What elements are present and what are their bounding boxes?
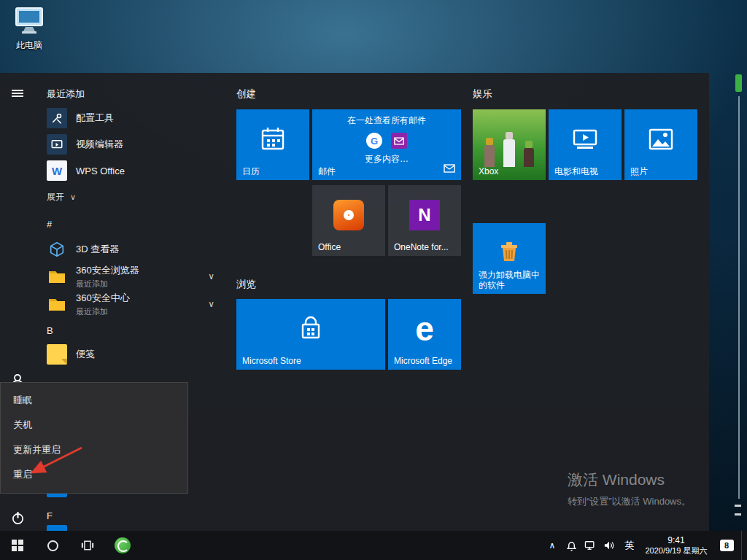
chevron-down-icon: ∨ bbox=[70, 192, 76, 201]
cube-3d-icon bbox=[47, 239, 67, 260]
search-button[interactable] bbox=[35, 531, 70, 560]
expand-toggle[interactable]: 展开∨ bbox=[47, 191, 76, 203]
section-letter-b[interactable]: B bbox=[47, 325, 53, 336]
app-item-label: 360安全中心 bbox=[76, 292, 130, 305]
tile-onenote[interactable]: N OneNote for... bbox=[388, 185, 461, 256]
store-bag-icon bbox=[236, 299, 385, 358]
menu-item-restart[interactable]: 重启 bbox=[1, 462, 187, 487]
tile-label: 邮件 bbox=[318, 166, 336, 176]
tile-microsoft-store[interactable]: Microsoft Store bbox=[236, 299, 385, 370]
tile-photos[interactable]: 照片 bbox=[624, 109, 697, 180]
activate-watermark: 激活 Windows 转到“设置”以激活 Windows。 bbox=[568, 470, 691, 508]
show-desktop-button[interactable] bbox=[741, 531, 747, 560]
clock-time: 9:41 bbox=[640, 535, 712, 545]
edge-green-button[interactable] bbox=[735, 74, 742, 92]
tile-label: 日历 bbox=[242, 166, 260, 176]
edge-logo-icon: e bbox=[388, 299, 461, 358]
app-item-video-editor[interactable]: 视频编辑器 bbox=[47, 133, 219, 156]
activate-title: 激活 Windows bbox=[568, 470, 691, 490]
power-button[interactable] bbox=[0, 502, 35, 531]
right-edge-toolbar bbox=[734, 73, 744, 531]
movies-tv-icon bbox=[549, 109, 622, 168]
menu-item-update-restart[interactable]: 更新并重启 bbox=[1, 438, 187, 462]
tile-office[interactable]: Office bbox=[312, 185, 385, 256]
app-item-label: 便笺 bbox=[76, 348, 95, 361]
tile-label: 电影和电视 bbox=[554, 166, 598, 176]
taskbar: ∧ 英 9:41 2020/9/19 星期六 8 bbox=[0, 531, 747, 560]
onenote-icon: N bbox=[388, 185, 461, 244]
tile-mail[interactable]: 在一处查看所有邮件 G 更多内容… 邮件 bbox=[312, 109, 461, 180]
network-icon[interactable] bbox=[581, 531, 600, 560]
system-tray: ∧ 英 9:41 2020/9/19 星期六 8 bbox=[543, 531, 747, 560]
photos-icon bbox=[624, 109, 697, 168]
notification-badge: 8 bbox=[720, 540, 734, 551]
tile-label: OneNote for... bbox=[394, 242, 449, 252]
360-browser-icon bbox=[115, 537, 131, 553]
expand-label: 展开 bbox=[47, 192, 64, 202]
envelope-icon bbox=[444, 163, 455, 176]
folder-icon bbox=[47, 266, 67, 287]
app-item-sublabel: 最近添加 bbox=[76, 306, 130, 317]
app-item-label: 360安全浏览器 bbox=[76, 264, 139, 277]
app-item-wps-office[interactable]: W WPS Office bbox=[47, 159, 219, 182]
section-letter-hash[interactable]: # bbox=[47, 219, 52, 230]
app-item-config-tool[interactable]: 配置工具 bbox=[47, 106, 219, 130]
desktop-icon-this-pc[interactable]: 此电脑 bbox=[9, 6, 50, 52]
tile-xbox[interactable]: Xbox bbox=[473, 109, 546, 180]
wrench-icon bbox=[47, 108, 67, 128]
edge-tick bbox=[735, 505, 741, 507]
tray-expand-chevron[interactable]: ∧ bbox=[543, 531, 562, 560]
app-item-360-browser[interactable]: 360安全浏览器 最近添加 ∨ bbox=[47, 262, 219, 290]
app-item-label: 3D 查看器 bbox=[76, 243, 119, 256]
sticky-note-icon bbox=[47, 344, 67, 365]
mail-more-text: 更多内容… bbox=[365, 153, 409, 166]
google-account-icon: G bbox=[366, 133, 382, 149]
app-icon-partial[interactable] bbox=[47, 525, 67, 531]
power-icon bbox=[11, 511, 25, 525]
windows-logo-icon bbox=[12, 540, 23, 551]
chevron-down-icon[interactable]: ∨ bbox=[208, 299, 214, 309]
action-center-button[interactable]: 8 bbox=[712, 531, 741, 560]
computer-icon bbox=[13, 6, 45, 38]
start-button[interactable] bbox=[0, 531, 35, 560]
tile-uninstaller[interactable]: 强力卸载电脑中的软件 bbox=[473, 223, 546, 294]
chevron-down-icon[interactable]: ∨ bbox=[208, 271, 214, 281]
section-letter-f[interactable]: F bbox=[47, 510, 53, 521]
tile-label: Microsoft Store bbox=[242, 356, 301, 366]
tile-label: Office bbox=[318, 242, 341, 252]
tile-microsoft-edge[interactable]: e Microsoft Edge bbox=[388, 299, 461, 370]
hamburger-menu-button[interactable] bbox=[0, 77, 35, 109]
tile-label: Microsoft Edge bbox=[394, 356, 452, 366]
group-header-browse[interactable]: 浏览 bbox=[236, 278, 256, 291]
power-context-menu: 睡眠 关机 更新并重启 重启 bbox=[0, 382, 188, 494]
mail-account-icon bbox=[391, 133, 407, 149]
app-item-sticky-notes[interactable]: 便笺 bbox=[47, 343, 219, 366]
menu-item-shutdown[interactable]: 关机 bbox=[1, 413, 187, 438]
app-item-360-center[interactable]: 360安全中心 最近添加 ∨ bbox=[47, 290, 219, 318]
task-view-button[interactable] bbox=[70, 531, 105, 560]
clock-date: 2020/9/19 星期六 bbox=[640, 545, 712, 556]
desktop-icon-label: 此电脑 bbox=[9, 39, 50, 52]
tile-label: Xbox bbox=[479, 166, 498, 176]
group-header-entertainment[interactable]: 娱乐 bbox=[473, 88, 492, 101]
app-item-label: 视频编辑器 bbox=[76, 138, 123, 151]
taskbar-clock[interactable]: 9:41 2020/9/19 星期六 bbox=[640, 535, 712, 556]
recent-added-header: 最近添加 bbox=[47, 88, 85, 101]
app-item-3d-viewer[interactable]: 3D 查看器 bbox=[47, 238, 219, 261]
tile-label: 强力卸载电脑中的软件 bbox=[479, 270, 540, 290]
input-language-indicator[interactable]: 英 bbox=[619, 539, 640, 552]
task-view-icon bbox=[81, 540, 94, 551]
tile-movies-tv[interactable]: 电影和电视 bbox=[549, 109, 622, 180]
bell-icon[interactable] bbox=[562, 531, 581, 560]
office-icon bbox=[312, 185, 385, 244]
group-header-create[interactable]: 创建 bbox=[236, 88, 256, 101]
app-360-browser-button[interactable] bbox=[105, 531, 140, 560]
tile-calendar[interactable]: 日历 bbox=[236, 109, 309, 180]
menu-item-sleep[interactable]: 睡眠 bbox=[1, 388, 187, 413]
app-item-label: 配置工具 bbox=[76, 112, 114, 125]
video-editor-icon bbox=[47, 134, 67, 155]
edge-scroll-line bbox=[738, 96, 740, 499]
cortana-search-icon bbox=[47, 540, 58, 551]
tile-label: 照片 bbox=[630, 166, 648, 176]
volume-icon[interactable] bbox=[600, 531, 619, 560]
